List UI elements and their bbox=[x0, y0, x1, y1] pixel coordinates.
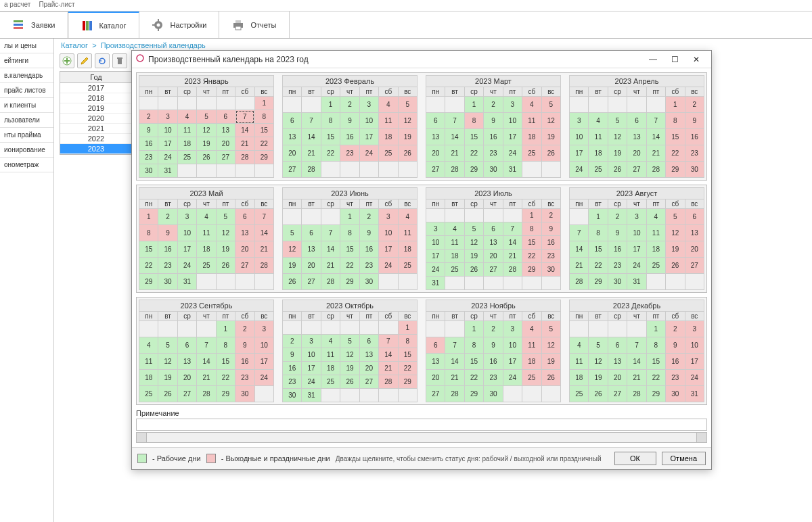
day-cell[interactable]: 27 bbox=[302, 274, 321, 290]
day-cell[interactable]: 1 bbox=[254, 97, 273, 110]
day-cell[interactable]: 14 bbox=[627, 354, 646, 370]
day-cell[interactable]: 1 bbox=[666, 97, 685, 113]
day-cell[interactable]: 31 bbox=[426, 277, 445, 290]
day-cell[interactable]: 18 bbox=[197, 241, 216, 258]
day-cell[interactable]: 2 bbox=[484, 321, 503, 337]
day-cell[interactable]: 14 bbox=[254, 225, 273, 241]
day-cell[interactable]: 25 bbox=[445, 263, 464, 277]
day-cell[interactable]: 2 bbox=[666, 321, 685, 337]
day-cell[interactable]: 30 bbox=[235, 386, 254, 402]
year-row[interactable]: 2022 bbox=[60, 134, 132, 144]
day-cell[interactable]: 26 bbox=[589, 386, 608, 402]
day-cell[interactable]: 25 bbox=[177, 151, 196, 164]
day-cell[interactable]: 7 bbox=[379, 335, 398, 348]
day-cell[interactable]: 11 bbox=[570, 354, 589, 370]
year-row[interactable]: 2017 bbox=[60, 83, 132, 93]
day-cell[interactable]: 16 bbox=[541, 236, 560, 250]
day-cell[interactable]: 26 bbox=[541, 370, 560, 386]
day-cell[interactable]: 14 bbox=[445, 129, 464, 145]
tab-catalog[interactable]: Каталог bbox=[68, 11, 139, 38]
day-cell[interactable]: 13 bbox=[235, 225, 254, 241]
day-cell[interactable]: 27 bbox=[359, 375, 378, 389]
day-cell[interactable]: 30 bbox=[283, 389, 302, 402]
day-cell[interactable]: 2 bbox=[359, 209, 378, 225]
year-row[interactable]: 2020 bbox=[60, 114, 132, 124]
day-cell[interactable]: 10 bbox=[254, 337, 273, 354]
day-cell[interactable]: 25 bbox=[379, 145, 398, 162]
day-cell[interactable]: 24 bbox=[503, 370, 522, 386]
day-cell[interactable]: 17 bbox=[158, 137, 177, 151]
day-cell[interactable]: 14 bbox=[646, 129, 665, 145]
day-cell[interactable]: 28 bbox=[627, 386, 646, 402]
day-cell[interactable]: 3 bbox=[426, 222, 445, 236]
day-cell[interactable]: 16 bbox=[608, 241, 627, 258]
day-cell[interactable]: 20 bbox=[627, 145, 646, 162]
day-cell[interactable]: 19 bbox=[283, 258, 302, 274]
day-cell[interactable]: 31 bbox=[177, 274, 196, 290]
day-cell[interactable]: 21 bbox=[379, 362, 398, 375]
day-cell[interactable]: 7 bbox=[627, 337, 646, 354]
day-cell[interactable]: 6 bbox=[685, 209, 704, 225]
day-cell[interactable]: 25 bbox=[321, 375, 340, 389]
sidebar-item[interactable]: ионирование bbox=[0, 143, 53, 158]
day-cell[interactable]: 5 bbox=[608, 113, 627, 129]
day-cell[interactable]: 28 bbox=[379, 375, 398, 389]
day-cell[interactable]: 30 bbox=[608, 274, 627, 290]
day-cell[interactable]: 6 bbox=[484, 222, 503, 236]
day-cell[interactable]: 6 bbox=[426, 337, 445, 354]
day-cell[interactable]: 23 bbox=[359, 258, 378, 274]
day-cell[interactable]: 24 bbox=[627, 258, 646, 274]
day-cell[interactable]: 21 bbox=[302, 145, 321, 162]
tab-settings[interactable]: Настройки bbox=[139, 11, 220, 38]
day-cell[interactable]: 27 bbox=[283, 162, 302, 178]
day-cell[interactable]: 26 bbox=[216, 258, 235, 274]
day-cell[interactable]: 20 bbox=[283, 145, 302, 162]
day-cell[interactable]: 13 bbox=[426, 129, 445, 145]
day-cell[interactable]: 15 bbox=[340, 241, 359, 258]
day-cell[interactable]: 29 bbox=[254, 151, 273, 164]
day-cell[interactable]: 8 bbox=[666, 113, 685, 129]
day-cell[interactable]: 26 bbox=[666, 258, 685, 274]
sub-tab[interactable]: а расчет bbox=[4, 0, 30, 11]
day-cell[interactable]: 11 bbox=[589, 129, 608, 145]
day-cell[interactable]: 8 bbox=[216, 337, 235, 354]
day-cell[interactable]: 14 bbox=[197, 354, 216, 370]
day-cell[interactable]: 10 bbox=[158, 124, 177, 137]
day-cell[interactable]: 12 bbox=[398, 113, 417, 129]
day-cell[interactable]: 28 bbox=[503, 263, 522, 277]
day-cell[interactable]: 30 bbox=[158, 274, 177, 290]
day-cell[interactable]: 14 bbox=[321, 241, 340, 258]
day-cell[interactable]: 9 bbox=[541, 222, 560, 236]
day-cell[interactable]: 5 bbox=[158, 337, 177, 354]
day-cell[interactable]: 29 bbox=[139, 274, 158, 290]
day-cell[interactable]: 11 bbox=[197, 225, 216, 241]
day-cell[interactable]: 23 bbox=[283, 375, 302, 389]
year-row[interactable]: 2023 bbox=[60, 144, 132, 154]
day-cell[interactable]: 22 bbox=[398, 362, 417, 375]
close-button[interactable]: ✕ bbox=[685, 52, 707, 67]
day-cell[interactable]: 16 bbox=[484, 129, 503, 145]
day-cell[interactable]: 15 bbox=[139, 241, 158, 258]
day-cell[interactable]: 11 bbox=[321, 348, 340, 362]
day-cell[interactable]: 5 bbox=[541, 97, 560, 113]
day-cell[interactable]: 12 bbox=[464, 236, 483, 250]
day-cell[interactable]: 8 bbox=[522, 222, 541, 236]
day-cell[interactable]: 7 bbox=[445, 337, 464, 354]
day-cell[interactable]: 6 bbox=[177, 337, 196, 354]
breadcrumb-leaf[interactable]: Производственный календарь bbox=[101, 41, 206, 49]
day-cell[interactable]: 17 bbox=[302, 362, 321, 375]
sidebar-item[interactable]: прайс листов bbox=[0, 83, 53, 98]
day-cell[interactable]: 25 bbox=[139, 386, 158, 402]
day-cell[interactable]: 18 bbox=[646, 241, 665, 258]
day-cell[interactable]: 11 bbox=[177, 124, 196, 137]
day-cell[interactable]: 1 bbox=[464, 321, 483, 337]
day-cell[interactable]: 29 bbox=[216, 386, 235, 402]
day-cell[interactable]: 23 bbox=[685, 145, 704, 162]
day-cell[interactable]: 31 bbox=[627, 274, 646, 290]
day-cell[interactable]: 3 bbox=[302, 335, 321, 348]
day-cell[interactable]: 19 bbox=[666, 241, 685, 258]
day-cell[interactable]: 11 bbox=[445, 236, 464, 250]
day-cell[interactable]: 24 bbox=[302, 375, 321, 389]
year-row[interactable]: 2019 bbox=[60, 103, 132, 114]
day-cell[interactable]: 28 bbox=[445, 386, 464, 402]
